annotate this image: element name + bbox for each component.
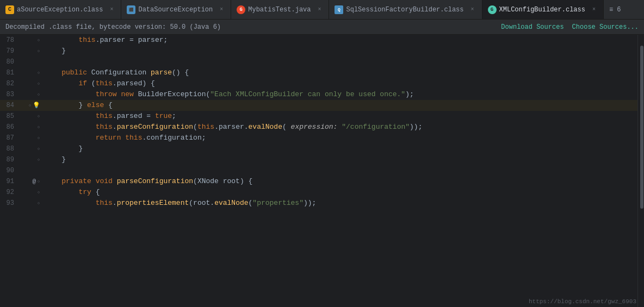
bookmark-icon: ⬦	[37, 35, 40, 46]
line-number: 92	[0, 187, 21, 198]
tab-icon-datasource: ⬛	[127, 5, 135, 14]
code-text: }	[42, 143, 83, 154]
bookmark-icon: ⬦	[37, 154, 40, 165]
bookmark-icon: ⬦	[28, 100, 32, 111]
tab-close-button[interactable]: ×	[108, 6, 115, 14]
code-text: throw new BuilderException("Each XMLConf…	[42, 89, 414, 100]
bookmark-icon: ⬦	[37, 111, 40, 122]
code-text: } else {	[42, 100, 113, 111]
line-number: 79	[0, 46, 21, 57]
code-line: 85⬦ this.parsed = true;	[0, 111, 637, 122]
code-line: 86⬦ this.parseConfiguration(this.parser.…	[0, 122, 637, 133]
debug-col: @⬦	[21, 176, 42, 187]
code-text	[42, 57, 45, 67]
line-number: 90	[0, 165, 21, 176]
debug-col: ⬦	[21, 122, 42, 133]
bookmark-icon: ⬦	[37, 133, 40, 143]
line-number: 78	[0, 35, 21, 46]
line-number: 85	[0, 111, 21, 122]
line-number: 82	[0, 78, 21, 89]
line-number: 84	[0, 100, 21, 111]
debug-col: ⬦	[21, 143, 42, 154]
code-text: try {	[42, 187, 100, 198]
code-text: }	[42, 46, 66, 57]
tab-icon-xml: G	[488, 5, 497, 14]
code-line: 89⬦ }	[0, 154, 637, 165]
code-text: this.parseConfiguration(this.parser.eval…	[42, 122, 422, 133]
tab-label: DataSourceException	[138, 6, 213, 14]
tab-close-button[interactable]: ×	[590, 6, 598, 14]
tab-datasource-exception-class[interactable]: C aSourceException.class ×	[0, 0, 121, 20]
code-line: 79⬦ }	[0, 46, 637, 57]
tab-label: SqlSessionFactoryBuilder.class	[346, 6, 463, 14]
code-line: 90	[0, 165, 637, 176]
code-text: this.parsed = true;	[42, 111, 176, 122]
tab-label: aSourceException.class	[17, 6, 103, 14]
scrollbar-thumb[interactable]	[640, 46, 643, 209]
line-number: 89	[0, 154, 21, 165]
line-number: 87	[0, 133, 21, 143]
line-number: 86	[0, 122, 21, 133]
tab-overflow-button[interactable]: ≡ 6	[604, 0, 627, 20]
line-number: 81	[0, 67, 21, 78]
vertical-scrollbar[interactable]	[637, 35, 644, 307]
choose-sources-link[interactable]: Choose Sources...	[572, 23, 639, 31]
decompiled-info-text: Decompiled .class file, bytecode version…	[5, 23, 221, 31]
bookmark-icon: ⬦	[37, 122, 40, 133]
line-number: 93	[0, 198, 21, 209]
bookmark-icon: ⬦	[37, 67, 40, 78]
at-icon: @	[32, 176, 36, 187]
code-text: private void parseConfiguration(XNode ro…	[42, 176, 252, 187]
code-text: this.propertiesElement(root.evalNode("pr…	[42, 198, 316, 209]
code-line: 80	[0, 57, 637, 67]
tab-sql-session-factory[interactable]: Q SqlSessionFactoryBuilder.class ×	[329, 0, 482, 20]
bookmark-icon: ⬦	[37, 89, 40, 100]
tab-icon-class: C	[5, 5, 14, 14]
debug-col: ⬦	[21, 154, 42, 165]
code-text: }	[42, 154, 66, 165]
debug-col	[21, 165, 42, 176]
code-editor[interactable]: 78⬦ this.parser = parser;79⬦ }8081⬦ publ…	[0, 35, 637, 307]
code-line: 92⬦ try {	[0, 187, 637, 198]
debug-col: ⬦💡	[21, 100, 42, 111]
tab-close-button[interactable]: ×	[218, 6, 225, 14]
bookmark-icon: ⬦	[37, 78, 40, 89]
main-content: 78⬦ this.parser = parser;79⬦ }8081⬦ publ…	[0, 35, 644, 307]
bookmark-icon: ⬦	[37, 198, 40, 209]
tab-xml-config-builder[interactable]: G XMLConfigBuilder.class ×	[482, 0, 604, 20]
debug-col: ⬦	[21, 35, 42, 46]
download-sources-link[interactable]: Download Sources	[501, 23, 564, 31]
line-number: 80	[0, 57, 21, 67]
tab-datasource[interactable]: ⬛ DataSourceException ×	[121, 0, 231, 20]
debug-col: ⬦	[21, 78, 42, 89]
debug-col: ⬦	[21, 46, 42, 57]
tab-icon-sql: Q	[335, 5, 343, 14]
debug-col: ⬦	[21, 133, 42, 143]
tab-close-button[interactable]: ×	[469, 6, 476, 14]
tab-bar: C aSourceException.class × ⬛ DataSourceE…	[0, 0, 644, 20]
tab-close-button[interactable]: ×	[315, 6, 323, 14]
bookmark-icon: ⬦	[37, 143, 40, 154]
tab-mybatis-test[interactable]: G MybatisTest.java ×	[231, 0, 329, 20]
lightbulb-icon: 💡	[33, 100, 40, 111]
debug-col: ⬦	[21, 198, 42, 209]
line-number: 88	[0, 143, 21, 154]
debug-col: ⬦	[21, 89, 42, 100]
tab-label: XMLConfigBuilder.class	[499, 6, 585, 14]
watermark: https://blog.csdn.net/gwz_6903	[529, 298, 636, 305]
tab-overflow-label: ≡ 6	[609, 6, 621, 14]
code-line: 84⬦💡 } else {	[0, 100, 637, 111]
code-text: public Configuration parse() {	[42, 67, 189, 78]
tab-label: MybatisTest.java	[248, 6, 311, 14]
code-line: 88⬦ }	[0, 143, 637, 154]
code-text	[42, 165, 45, 176]
info-bar: Decompiled .class file, bytecode version…	[0, 20, 644, 35]
bookmark-icon: ⬦	[37, 176, 40, 187]
code-line: 81⬦ public Configuration parse() {	[0, 67, 637, 78]
bookmark-icon: ⬦	[37, 46, 40, 57]
line-number: 91	[0, 176, 21, 187]
code-line: 82⬦ if (this.parsed) {	[0, 78, 637, 89]
tab-icon-mybatis: G	[237, 5, 245, 14]
code-line: 93⬦ this.propertiesElement(root.evalNode…	[0, 198, 637, 209]
code-text: this.parser = parser;	[42, 35, 168, 46]
